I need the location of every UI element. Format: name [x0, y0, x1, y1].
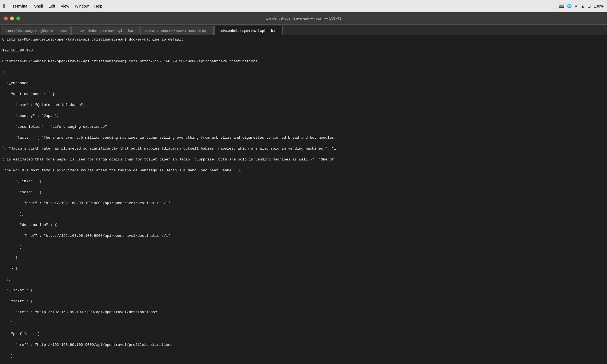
line-6: "destinations" : [ {	[2, 91, 605, 97]
tab-3-label: docker-compose • docker-compose up ...	[149, 29, 210, 33]
line-1: Cristinas-MBP:wanderlust-open-travel-api…	[2, 37, 605, 42]
line-16: "href" : "http://192.168.99.100:9000/api…	[2, 200, 605, 206]
tab-2[interactable]: ...nt/wanderlust-open-travel-api — -bash	[71, 26, 140, 35]
line-9: "description" : "Life-changing-experienc…	[2, 124, 605, 130]
menubar-globe-icon: 🌐	[567, 4, 572, 8]
line-17: },	[2, 211, 605, 217]
menubar-airplay-icon: ⊡	[587, 4, 591, 8]
line-8: "country" : "Japan",	[2, 113, 605, 119]
menubar-window[interactable]: Window	[72, 3, 91, 9]
menubar-app-name[interactable]: Terminal	[10, 3, 31, 9]
menubar-right: ⌨ 🌐 ✶ ▲ ⊡ 100%	[559, 4, 604, 8]
menubar-view[interactable]: View	[58, 3, 72, 9]
line-7: "name" : "Quintessential Japan",	[2, 102, 605, 108]
menubar-bluetooth-icon: ✶	[575, 4, 578, 8]
line-18: "destination" : {	[2, 222, 605, 228]
line-29: "href" : "http://192.168.99.100:9000/api…	[2, 342, 605, 348]
apple-menu[interactable]: 	[3, 3, 5, 9]
new-tab-button[interactable]: +	[284, 27, 292, 35]
maximize-button[interactable]	[16, 16, 20, 20]
tab-3-dot	[145, 30, 147, 32]
line-24: "_links" : {	[2, 288, 605, 293]
tab-4-label: ...nt/wanderlust-open-travel-api — -bash	[218, 29, 278, 33]
line-26: "href" : "http://192.168.99.100:9000/api…	[2, 309, 605, 315]
terminal-window: wanderlust-open-travel-api — -bash — 153…	[0, 12, 607, 364]
menubar-wifi-icon: ▲	[581, 4, 585, 8]
line-4: {	[2, 70, 605, 75]
menubar-keyboard-icon: ⌨	[559, 4, 564, 8]
line-20: }	[2, 244, 605, 250]
line-13: the world's most famous pilgrimage route…	[2, 168, 605, 173]
line-2: 192.168.99.100	[2, 48, 605, 53]
line-12: t is estimated that more paper is used f…	[2, 157, 605, 162]
menubar:  Terminal Shell Edit View Window Help ⌨…	[0, 0, 607, 12]
tab-1[interactable]: ...ment/cristinanegrean.github.io — -bas…	[1, 26, 71, 35]
menubar-shell[interactable]: Shell	[31, 3, 46, 9]
terminal-content[interactable]: Cristinas-MBP:wanderlust-open-travel-api…	[0, 35, 607, 364]
line-22: } ]	[2, 266, 605, 271]
line-30: },	[2, 353, 605, 359]
menubar-battery: 100%	[594, 4, 604, 8]
window-title: wanderlust-open-travel-api — -bash — 153…	[266, 16, 342, 20]
menubar-edit[interactable]: Edit	[46, 3, 58, 9]
line-15: "self" : {	[2, 190, 605, 195]
line-5: "_embedded" : {	[2, 81, 605, 86]
title-bar: wanderlust-open-travel-api — -bash — 153…	[0, 12, 607, 25]
line-21: }	[2, 255, 605, 261]
tab-3[interactable]: docker-compose • docker-compose up ...	[140, 26, 214, 35]
line-19: "href" : "http://192.168.99.100:9000/api…	[2, 233, 605, 239]
line-25: "self" : {	[2, 299, 605, 304]
tab-bar: ...ment/cristinanegrean.github.io — -bas…	[0, 25, 607, 35]
traffic-lights	[4, 16, 20, 20]
line-27: },	[2, 320, 605, 326]
line-14: "_links" : {	[2, 179, 605, 184]
line-23: },	[2, 277, 605, 282]
menubar-help[interactable]: Help	[91, 3, 105, 9]
line-10: "facts" : [ "There are over 5.5 million …	[2, 135, 605, 141]
close-button[interactable]	[4, 16, 8, 20]
line-11: ", "Japan's birth rate has plummeted so …	[2, 146, 605, 152]
line-3: Cristinas-MBP:wanderlust-open-travel-api…	[2, 59, 605, 64]
tab-1-label: ...ment/cristinanegrean.github.io — -bas…	[5, 29, 67, 33]
tab-2-label: ...nt/wanderlust-open-travel-api — -bash	[76, 29, 135, 33]
line-28: "profile" : {	[2, 331, 605, 337]
tab-4[interactable]: ...nt/wanderlust-open-travel-api — -bash	[214, 26, 283, 35]
minimize-button[interactable]	[10, 16, 14, 20]
